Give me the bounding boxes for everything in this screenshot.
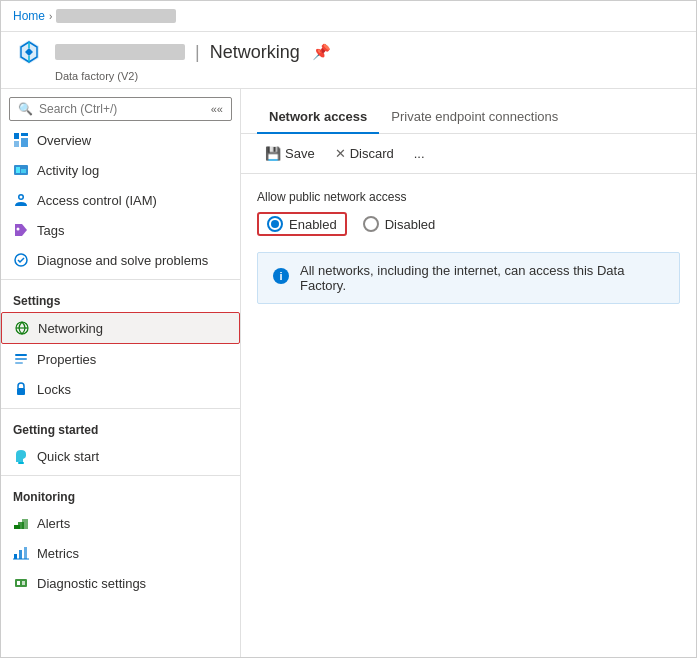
settings-section-header: Settings [1, 284, 240, 312]
pin-icon[interactable]: 📌 [312, 43, 331, 61]
info-icon: i [272, 267, 290, 289]
enabled-radio[interactable] [267, 216, 283, 232]
properties-label: Properties [37, 352, 96, 367]
sidebar-item-overview[interactable]: Overview [1, 125, 240, 155]
info-box: i All networks, including the internet, … [257, 252, 680, 304]
svg-rect-19 [17, 388, 25, 395]
breadcrumb-home[interactable]: Home [13, 9, 45, 23]
save-icon: 💾 [265, 146, 281, 161]
breadcrumb-bar: Home › [1, 1, 696, 32]
breadcrumb-separator: › [49, 11, 52, 22]
discard-icon: ✕ [335, 146, 346, 161]
overview-icon [13, 132, 29, 148]
tags-label: Tags [37, 223, 64, 238]
monitoring-divider [1, 475, 240, 476]
tab-private-endpoint[interactable]: Private endpoint connections [379, 101, 570, 134]
metrics-icon [13, 545, 29, 561]
discard-label: Discard [350, 146, 394, 161]
activity-log-icon [13, 162, 29, 178]
tags-icon [13, 222, 29, 238]
sidebar: 🔍 «« Overview Activity log [1, 89, 241, 657]
resource-subtitle: Data factory (V2) [13, 70, 684, 88]
network-access-radio-group: Enabled Disabled [257, 212, 680, 236]
overview-label: Overview [37, 133, 91, 148]
svg-rect-4 [21, 133, 28, 136]
sidebar-item-tags[interactable]: Tags [1, 215, 240, 245]
svg-rect-28 [15, 579, 27, 587]
search-icon: 🔍 [18, 102, 33, 116]
alerts-label: Alerts [37, 516, 70, 531]
disabled-option[interactable]: Disabled [363, 216, 436, 232]
diagnostic-settings-icon [13, 575, 29, 591]
svg-point-11 [20, 196, 23, 199]
quick-start-icon [13, 448, 29, 464]
svg-rect-3 [14, 133, 19, 139]
svg-text:i: i [279, 270, 282, 282]
content-area: Network access Private endpoint connecti… [241, 89, 696, 657]
search-input[interactable] [39, 102, 205, 116]
disabled-radio[interactable] [363, 216, 379, 232]
sidebar-item-locks[interactable]: Locks [1, 374, 240, 404]
access-control-label: Access control (IAM) [37, 193, 157, 208]
header-divider: | [195, 42, 200, 63]
locks-icon [13, 381, 29, 397]
breadcrumb-resource [56, 9, 176, 23]
toolbar: 💾 Save ✕ Discard ... [241, 134, 696, 174]
breadcrumb: Home › [13, 9, 176, 23]
networking-icon [14, 320, 30, 336]
settings-divider [1, 279, 240, 280]
quick-start-label: Quick start [37, 449, 99, 464]
svg-rect-30 [22, 581, 25, 585]
svg-rect-17 [15, 358, 27, 360]
svg-rect-29 [17, 581, 20, 585]
svg-rect-23 [22, 519, 28, 529]
search-box[interactable]: 🔍 «« [9, 97, 232, 121]
sidebar-item-activity-log[interactable]: Activity log [1, 155, 240, 185]
sidebar-item-quick-start[interactable]: Quick start [1, 441, 240, 471]
sidebar-item-diagnostic-settings[interactable]: Diagnostic settings [1, 568, 240, 598]
network-access-label: Allow public network access [257, 190, 680, 204]
save-button[interactable]: 💾 Save [257, 142, 323, 165]
getting-started-header: Getting started [1, 413, 240, 441]
locks-label: Locks [37, 382, 71, 397]
metrics-label: Metrics [37, 546, 79, 561]
disabled-label: Disabled [385, 217, 436, 232]
properties-icon [13, 351, 29, 367]
sidebar-item-access-control[interactable]: Access control (IAM) [1, 185, 240, 215]
main-content: Allow public network access Enabled Di [241, 174, 696, 320]
info-message: All networks, including the internet, ca… [300, 263, 665, 293]
svg-rect-8 [16, 167, 20, 173]
sidebar-item-diagnose[interactable]: Diagnose and solve problems [1, 245, 240, 275]
diagnostic-settings-label: Diagnostic settings [37, 576, 146, 591]
svg-rect-5 [14, 141, 19, 147]
svg-point-12 [17, 228, 20, 231]
tab-network-access[interactable]: Network access [257, 101, 379, 134]
svg-rect-9 [21, 169, 26, 173]
page-title: Networking [210, 42, 300, 63]
activity-log-label: Activity log [37, 163, 99, 178]
sidebar-item-networking[interactable]: Networking [1, 312, 240, 344]
diagnose-label: Diagnose and solve problems [37, 253, 208, 268]
enabled-option-box[interactable]: Enabled [257, 212, 347, 236]
sidebar-item-metrics[interactable]: Metrics [1, 538, 240, 568]
monitoring-header: Monitoring [1, 480, 240, 508]
sidebar-item-properties[interactable]: Properties [1, 344, 240, 374]
diagnose-icon [13, 252, 29, 268]
enabled-radio-inner [271, 220, 279, 228]
tabs-bar: Network access Private endpoint connecti… [241, 89, 696, 134]
alerts-icon [13, 515, 29, 531]
more-button[interactable]: ... [406, 142, 433, 165]
discard-button[interactable]: ✕ Discard [327, 142, 402, 165]
svg-rect-16 [15, 354, 27, 356]
svg-rect-20 [18, 462, 24, 464]
getting-started-divider [1, 408, 240, 409]
svg-rect-6 [21, 138, 28, 147]
svg-rect-26 [24, 547, 27, 559]
svg-rect-25 [19, 550, 22, 559]
resource-name [55, 44, 185, 60]
networking-label: Networking [38, 321, 103, 336]
adf-logo [13, 36, 45, 68]
collapse-icon[interactable]: «« [211, 103, 223, 115]
enabled-label: Enabled [289, 217, 337, 232]
sidebar-item-alerts[interactable]: Alerts [1, 508, 240, 538]
